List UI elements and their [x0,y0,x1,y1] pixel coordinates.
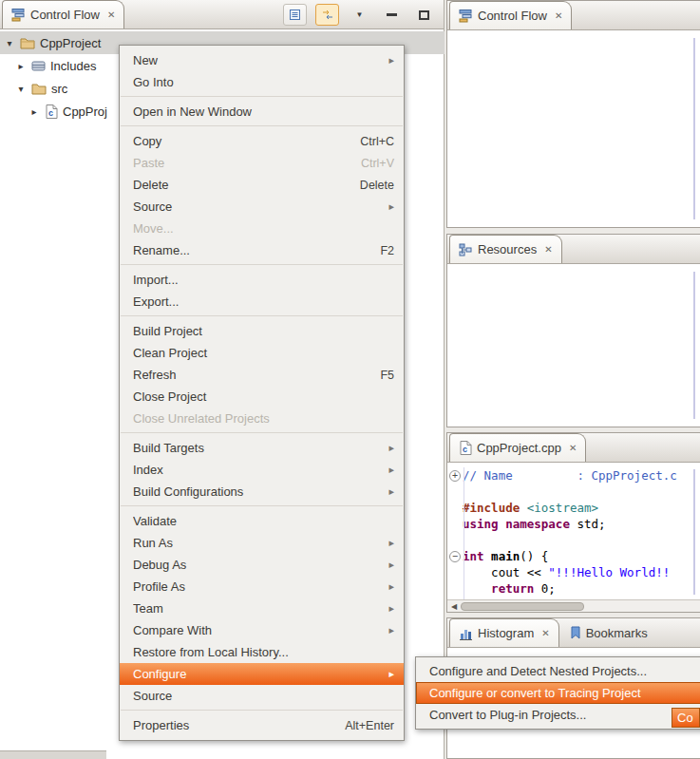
link-with-editor-button[interactable] [315,4,339,26]
code-token: return [491,581,534,596]
menu-item-build-configurations[interactable]: Build Configurations▸ [120,481,404,503]
expander-collapsed-icon[interactable]: ▸ [15,61,27,71]
menu-item-label: Convert to Plug-in Projects... [429,708,699,722]
code-token: "!!!Hello World!! [548,565,670,579]
menu-separator [121,505,403,506]
expander-expanded-icon[interactable]: ▾ [15,84,27,94]
menu-item-compare-with[interactable]: Compare With▸ [120,619,404,641]
menu-item-new[interactable]: New▸ [120,49,404,71]
tab-histogram[interactable]: Histogram ✕ [449,618,559,647]
fold-collapse-icon[interactable]: − [449,551,461,562]
menu-item-copy[interactable]: CopyCtrl+C [120,130,404,152]
expander-expanded-icon[interactable]: ▾ [4,38,15,48]
expander-collapsed-icon[interactable]: ▸ [28,106,40,117]
tab-control-flow-right[interactable]: Control Flow ✕ [449,1,572,29]
code-line-3[interactable]: #include <iostream> [447,500,700,516]
menu-item-label: Paste [133,156,351,170]
tab-cppproject-cpp[interactable]: c CppProject.cpp ✕ [449,433,586,462]
code-area[interactable]: +// Name : CppProject.c#include <iostrea… [447,463,700,599]
scrollbar-thumb[interactable] [461,602,584,611]
menu-item-clean-project[interactable]: Clean Project [120,342,404,364]
tab-resources[interactable]: Resources ✕ [449,235,562,263]
code-line-1[interactable]: +// Name : CppProject.c [447,467,700,484]
menu-item-export[interactable]: Export... [120,291,404,313]
minimize-button[interactable] [380,4,404,26]
tab-bookmarks[interactable]: Bookmarks [561,618,656,647]
menu-item-label: Rename... [133,243,370,257]
close-icon[interactable]: ✕ [107,9,115,20]
maximize-button[interactable] [412,4,436,26]
tab-label: Histogram [478,626,534,640]
view-menu-button[interactable]: ▼ [348,4,371,26]
menu-item-configure[interactable]: Configure▸ [120,663,404,685]
tab-label: Control Flow [478,9,547,23]
menu-item-debug-as[interactable]: Debug As▸ [120,554,404,576]
code-text: cout << "!!!Hello World!! [463,565,670,579]
code-token [484,549,492,563]
fold-gutter [447,580,463,597]
collapse-all-button[interactable] [283,4,307,26]
scroll-left-icon[interactable]: ◀ [447,602,461,611]
horizontal-scrollbar[interactable]: ◀ [447,599,700,612]
code-line-6[interactable]: −int main() { [447,548,700,564]
menu-item-rename[interactable]: Rename...F2 [120,239,404,261]
tab-label: CppProject.cpp [477,441,561,455]
tab-control-flow-left[interactable]: Control Flow ✕ [2,0,124,28]
menu-separator [121,96,403,97]
minimize-icon [387,13,397,16]
menu-item-configure-and-detect-nested-projects[interactable]: Configure and Detect Nested Projects... [416,660,700,682]
menu-item-shortcut: Ctrl+C [360,135,394,148]
menu-item-source-2[interactable]: Source [120,685,404,707]
menu-item-restore-from-local-history[interactable]: Restore from Local History... [120,641,404,663]
fold-expand-icon[interactable]: + [449,470,461,482]
menu-item-validate[interactable]: Validate [120,510,404,532]
fold-gutter[interactable]: − [447,548,463,564]
menu-item-profile-as[interactable]: Profile As▸ [120,576,404,598]
menu-item-label: Clean Project [133,346,394,360]
submenu-arrow-icon: ▸ [388,54,394,66]
bookmarks-icon [570,626,581,639]
code-token [520,501,527,515]
menu-item-label: Configure or convert to Tracing Project [429,686,699,700]
code-token: // Name : CppProject.c [463,468,677,483]
control-flow-tabbar: Control Flow ✕ [447,1,700,30]
context-menu: New▸Go IntoOpen in New WindowCopyCtrl+CP… [119,45,405,741]
scrollbar-track[interactable] [693,272,695,419]
menu-item-convert-to-plug-in-projects[interactable]: Convert to Plug-in Projects... [416,704,700,726]
close-icon[interactable]: ✕ [555,10,562,21]
partial-highlight-fragment[interactable]: Co [672,708,700,728]
menu-item-refresh[interactable]: RefreshF5 [120,364,404,386]
code-line-5[interactable] [447,532,700,548]
submenu-arrow-icon: ▸ [388,200,394,213]
menu-item-open-in-new-window[interactable]: Open in New Window [120,101,404,123]
overview-ruler[interactable] [693,469,695,595]
view-toolbar: ▼ [283,3,436,27]
code-token [463,581,491,596]
submenu-arrow-icon: ▸ [388,668,394,680]
menu-item-team[interactable]: Team▸ [120,598,404,619]
menu-item-build-targets[interactable]: Build Targets▸ [120,437,404,459]
close-icon[interactable]: ✕ [569,443,577,453]
menu-item-close-project[interactable]: Close Project [120,386,404,408]
code-line-4[interactable]: using namespace std; [447,516,700,532]
menu-item-index[interactable]: Index▸ [120,459,404,481]
resources-icon [459,243,473,256]
editor-tabbar: c CppProject.cpp ✕ [447,433,700,463]
scrollbar-track[interactable] [693,38,695,219]
menu-item-properties[interactable]: PropertiesAlt+Enter [120,714,404,736]
code-line-7[interactable]: cout << "!!!Hello World!! [447,564,700,580]
code-line-2[interactable] [447,484,700,500]
menu-item-build-project[interactable]: Build Project [120,320,404,342]
code-token: using [463,517,499,531]
menu-item-import[interactable]: Import... [120,269,404,291]
fold-gutter[interactable]: + [447,467,463,484]
menu-item-configure-or-convert-to-tracing-project[interactable]: Configure or convert to Tracing Project [416,682,700,704]
close-icon[interactable]: ✕ [541,628,549,638]
code-line-8[interactable]: return 0; [447,580,700,597]
menu-item-source[interactable]: Source▸ [120,196,404,218]
close-icon[interactable]: ✕ [544,244,552,255]
menu-item-delete[interactable]: DeleteDelete [120,174,404,196]
menu-item-run-as[interactable]: Run As▸ [120,532,404,554]
eclipse-workbench: Control Flow ✕ ▼ [0,0,700,759]
menu-item-go-into[interactable]: Go Into [120,71,404,93]
